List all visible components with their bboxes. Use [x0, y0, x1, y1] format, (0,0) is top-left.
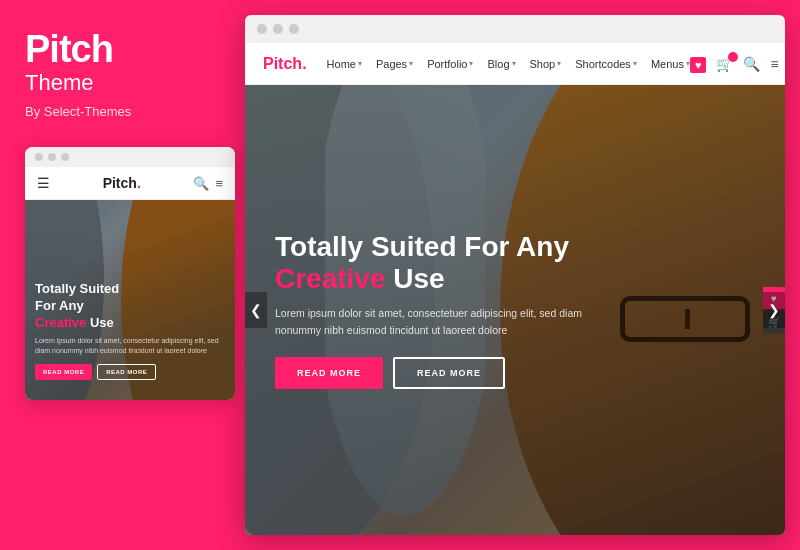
browser-dot-2	[273, 24, 283, 34]
mobile-logo: Pitch.	[103, 175, 141, 191]
mobile-hero-title: Totally Suited For Any Creative Use	[35, 281, 225, 332]
cart-button[interactable]: 🛒	[716, 56, 733, 72]
hero-buttons: READ MORE READ MORE	[275, 357, 635, 389]
desktop-logo: Pitch.	[263, 55, 307, 73]
hero-read-more-button-2[interactable]: READ MORE	[393, 357, 505, 389]
mobile-menu-icon[interactable]: ≡	[215, 176, 223, 191]
mobile-nav-icons: 🔍 ≡	[193, 176, 223, 191]
nav-link-shop[interactable]: Shop ▾	[530, 58, 562, 70]
mobile-hero: Totally Suited For Any Creative Use Lore…	[25, 200, 235, 400]
desktop-nav-actions: ♥ 🛒 🔍 ≡	[690, 56, 779, 72]
mobile-read-more-button-1[interactable]: READ MORE	[35, 364, 92, 380]
slider-next-button[interactable]: ❯	[763, 292, 785, 328]
mobile-dot-2	[48, 153, 56, 161]
nav-link-portfolio[interactable]: Portfolio ▾	[427, 58, 473, 70]
mobile-logo-dot: .	[137, 175, 141, 191]
browser-titlebar	[245, 15, 785, 43]
mobile-hamburger-icon[interactable]: ☰	[37, 175, 50, 191]
nav-link-home[interactable]: Home ▾	[327, 58, 362, 70]
hero-read-more-button-1[interactable]: READ MORE	[275, 357, 383, 389]
search-button[interactable]: 🔍	[743, 56, 760, 72]
brand-by: By Select-Themes	[25, 104, 215, 119]
mobile-dot-3	[61, 153, 69, 161]
mobile-nav: ☰ Pitch. 🔍 ≡	[25, 167, 235, 200]
nav-link-menus[interactable]: Menus ▾	[651, 58, 690, 70]
nav-link-pages[interactable]: Pages ▾	[376, 58, 413, 70]
desktop-hero: ❮ ❯ Totally Suited For Any Creative Use …	[245, 85, 785, 535]
hero-content: Totally Suited For Any Creative Use Lore…	[275, 231, 635, 389]
mobile-hero-content: Totally Suited For Any Creative Use Lore…	[35, 281, 225, 380]
wishlist-icon: ♥	[690, 57, 707, 73]
desktop-nav-links: Home ▾ Pages ▾ Portfolio ▾ Blog ▾ Shop ▾…	[327, 58, 690, 70]
brand-subtitle: Theme	[25, 70, 215, 96]
hamburger-icon: ≡	[770, 56, 778, 72]
browser-dot-1	[257, 24, 267, 34]
brand-name: Pitch	[25, 30, 215, 68]
hero-title: Totally Suited For Any Creative Use	[275, 231, 635, 295]
desktop-logo-dot: .	[302, 55, 306, 72]
mobile-titlebar	[25, 147, 235, 167]
mobile-search-icon[interactable]: 🔍	[193, 176, 209, 191]
mobile-mockup: ☰ Pitch. 🔍 ≡ Totally Suited For Any Crea…	[25, 147, 235, 400]
search-icon: 🔍	[743, 56, 760, 72]
nav-link-blog[interactable]: Blog ▾	[487, 58, 515, 70]
hero-description: Lorem ipsum dolor sit amet, consectetuer…	[275, 305, 615, 339]
mobile-dot-1	[35, 153, 43, 161]
cart-badge	[728, 52, 738, 62]
browser-mockup: Pitch. Home ▾ Pages ▾ Portfolio ▾ Blog ▾…	[245, 15, 785, 535]
nav-link-shortcodes[interactable]: Shortcodes ▾	[575, 58, 637, 70]
desktop-nav: Pitch. Home ▾ Pages ▾ Portfolio ▾ Blog ▾…	[245, 43, 785, 85]
mobile-hero-buttons: READ MORE READ MORE	[35, 364, 225, 380]
slider-prev-button[interactable]: ❮	[245, 292, 267, 328]
hamburger-button[interactable]: ≡	[770, 56, 778, 72]
browser-dot-3	[289, 24, 299, 34]
browser-body: Pitch. Home ▾ Pages ▾ Portfolio ▾ Blog ▾…	[245, 43, 785, 535]
left-panel: Pitch Theme By Select-Themes ☰ Pitch. 🔍 …	[0, 0, 240, 550]
wishlist-button[interactable]: ♥	[690, 56, 707, 72]
mobile-hero-description: Lorem ipsum dolor sit amet, consectetur …	[35, 336, 225, 356]
mobile-read-more-button-2[interactable]: READ MORE	[97, 364, 156, 380]
